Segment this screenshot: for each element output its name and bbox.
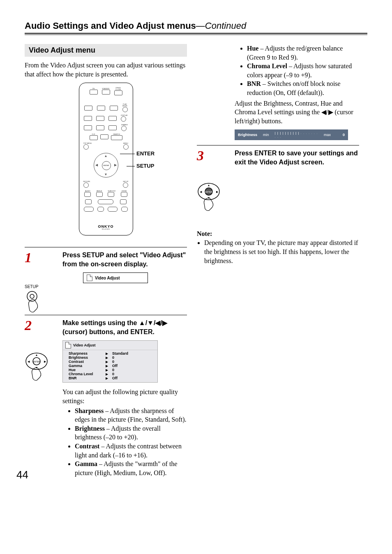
callout-line-enter xyxy=(120,154,135,154)
topmenu-button xyxy=(83,144,89,150)
angle-button xyxy=(96,192,103,197)
num-9 xyxy=(108,125,117,130)
svg-text:▲: ▲ xyxy=(35,353,38,357)
setup-press-icon xyxy=(25,291,42,313)
up-arrow-icon: ▲ xyxy=(104,154,108,158)
right-column: Hue – Adjusts the red/green balance (Gre… xyxy=(197,44,359,479)
transport-6 xyxy=(108,207,118,212)
playmode-button xyxy=(122,107,128,112)
left-arrow-icon: ◀ xyxy=(95,163,98,167)
osd-row-name: Gamma xyxy=(69,364,106,368)
clr-button xyxy=(90,135,98,140)
svg-text:▶: ▶ xyxy=(216,190,219,194)
brightness-track: | | | | | | | | | | . . . . . . . . . . xyxy=(275,131,318,138)
osd-row-value: Off xyxy=(112,364,118,368)
transport-2 xyxy=(98,199,113,204)
step-3: 3 ENTER ▲ ▼ ◀ ▶ Press ENTER to save your… xyxy=(197,145,359,212)
model-label: RC-671DV xyxy=(83,229,129,230)
right-arrow-icon: ▶ xyxy=(106,372,112,376)
nav-press-icon: ENTER ▲ ▼ ◀ ▶ xyxy=(25,352,48,382)
label-angle: ANGLE xyxy=(96,190,103,192)
brightness-min: min xyxy=(263,133,269,137)
zoom-button xyxy=(121,192,127,197)
header-rule xyxy=(25,33,367,35)
step-1-number: 1 xyxy=(25,251,58,284)
list-item: Brightness – Adjusts the overall brightn… xyxy=(75,424,187,442)
standby-button xyxy=(102,90,110,95)
bullet-term: BNR xyxy=(247,80,261,87)
osd-item-video-adjust: Video Adjust xyxy=(83,272,148,283)
step-2-instr-prefix: Make settings using the xyxy=(62,319,139,326)
svg-text:◀: ◀ xyxy=(200,190,202,194)
num-6 xyxy=(108,116,117,121)
bullet-desc: – Adjusts the red/green balance (Green 9… xyxy=(247,45,343,61)
bullet-term: Gamma xyxy=(75,460,97,467)
bullet-term: Hue xyxy=(247,45,258,52)
svg-text:ENTER: ENTER xyxy=(205,191,212,193)
osd-item-label: Video Adjust xyxy=(95,276,120,280)
list-item: Contrast – Adjusts the contrast between … xyxy=(75,442,187,459)
note-text: Depending on your TV, the picture may ap… xyxy=(204,238,359,265)
num-2 xyxy=(97,106,105,111)
right-arrow-icon: ▶ xyxy=(114,163,117,167)
list-item: Hue – Adjusts the red/green balance (Gre… xyxy=(247,44,359,62)
return-button xyxy=(83,182,89,188)
num-4 xyxy=(84,116,92,121)
label-dimmer: DIMMER xyxy=(121,124,128,126)
osd-row-name: Chroma Level xyxy=(69,372,106,376)
brightness-value: 0 xyxy=(337,133,345,137)
label-display: DISPLAY xyxy=(121,115,128,116)
osd-row-name: BNR xyxy=(69,376,106,380)
osd-row-name: Sharpness xyxy=(69,351,106,355)
step-2-instr-symbols: ▲/▼/◀/▶ xyxy=(139,319,167,326)
osd-row-value: 0 xyxy=(112,355,114,360)
step-1-icon-label: SETUP xyxy=(25,284,38,289)
label-audio: AUDIO xyxy=(84,190,91,192)
right-arrow-icon: ▶ xyxy=(106,364,112,368)
step-2-number: 2 xyxy=(25,319,58,352)
nav-ring: ENTER ▲ ▼ ◀ ▶ xyxy=(94,153,118,178)
step-3-instr: Press ENTER to save your settings and ex… xyxy=(235,149,359,166)
title-continued: —Continued xyxy=(196,21,246,31)
callout-setup: SETUP xyxy=(136,163,154,169)
label-menu: MENU xyxy=(123,143,129,144)
num-7 xyxy=(84,125,92,130)
brightness-bar: Brightness min | | | | | | | | | | . . .… xyxy=(235,129,348,140)
right-arrow-icon: ▶ xyxy=(106,352,112,355)
osd-panel-video-adjust: Video Adjust Sharpness▶Standard Brightne… xyxy=(62,340,158,383)
label-standby: STANDBY xyxy=(102,88,110,90)
transport-4 xyxy=(84,207,94,212)
label-return: RETURN xyxy=(83,181,90,182)
right-bullets: Hue – Adjusts the red/green balance (Gre… xyxy=(235,44,359,97)
svg-point-1 xyxy=(30,294,34,298)
page-title: Audio Settings and Video Adjust menus—Co… xyxy=(25,21,367,31)
step-2: 2 ENTER ▲ ▼ ◀ ▶ Make settings using th xyxy=(25,315,187,477)
svg-text:◀: ◀ xyxy=(28,360,30,363)
menu-button xyxy=(123,144,129,150)
right-arrow-icon: ▶ xyxy=(106,356,112,360)
brightness-max: max xyxy=(324,133,331,137)
osd-row-value: 0 xyxy=(112,372,114,376)
step-3-number: 3 xyxy=(197,149,231,182)
title-main: Audio Settings and Video Adjust menus xyxy=(25,21,196,31)
label-subtitle: SUBTITLE xyxy=(108,190,115,192)
step-1: 1 SETUP Press SETUP and select "Video Ad… xyxy=(25,247,187,313)
num-5 xyxy=(96,116,104,121)
bullet-term: Chroma Level xyxy=(247,62,287,69)
list-item: Chroma Level – Adjusts how saturated col… xyxy=(247,62,359,79)
bullet-term: Sharpness xyxy=(75,407,104,414)
svg-text:ENTER: ENTER xyxy=(33,360,40,363)
list-item: Sharpness – Adjusts the sharpness of edg… xyxy=(75,406,187,424)
callout-enter: ENTER xyxy=(136,150,154,157)
label-playmode: PLAY MODE xyxy=(122,104,128,107)
remote-body: ON STANDBY OPEN/ CLOSE PLAY MODE xyxy=(79,83,133,235)
osd-row-name: Hue xyxy=(69,368,106,372)
right-adjust-text: Adjust the Brightness, Contrast, Hue and… xyxy=(235,99,359,126)
on-button xyxy=(90,90,98,95)
dimmer-button xyxy=(121,126,127,131)
list-item: BNR – Switches on/off block noise reduct… xyxy=(247,79,359,97)
list-item: Gamma – Adjusts the "warmth" of the pict… xyxy=(75,459,187,477)
right-arrow-icon: ▶ xyxy=(106,376,112,380)
audio-button xyxy=(84,192,91,197)
label-topmenu: TOP MENU xyxy=(83,143,92,144)
